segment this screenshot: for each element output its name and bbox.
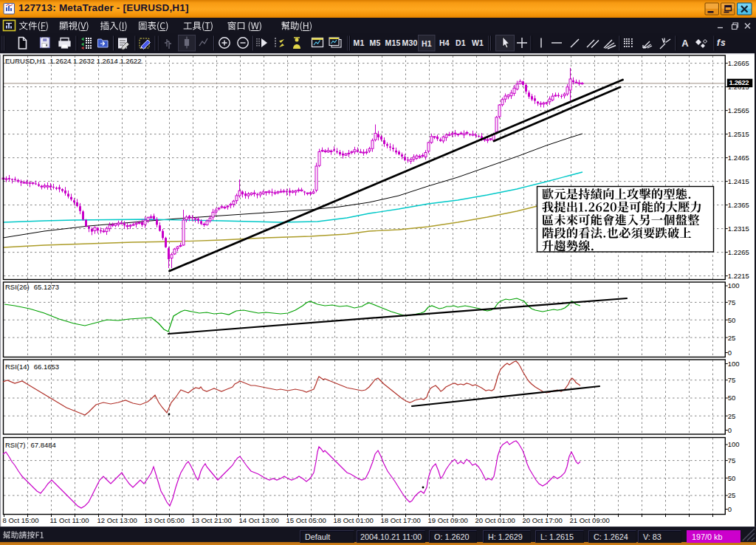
- svg-text:65.1273: 65.1273: [34, 283, 59, 291]
- svg-text:1.2315: 1.2315: [728, 224, 749, 233]
- svg-text:8 Oct 15:00: 8 Oct 15:00: [3, 516, 39, 524]
- svg-text:75: 75: [728, 456, 736, 465]
- svg-text:21 Oct 09:00: 21 Oct 09:00: [570, 516, 610, 524]
- svg-text:12 Oct 13:00: 12 Oct 13:00: [97, 516, 137, 524]
- svg-text:66.1653: 66.1653: [34, 363, 59, 371]
- svg-text:18 Oct 01:00: 18 Oct 01:00: [334, 516, 374, 524]
- svg-text:1.2565: 1.2565: [728, 106, 749, 114]
- svg-text:D1: D1: [456, 38, 466, 47]
- svg-text:1.2465: 1.2465: [728, 154, 749, 162]
- svg-text:25: 25: [728, 412, 736, 420]
- svg-text:0: 0: [728, 505, 732, 513]
- svg-text:18 Oct 17:00: 18 Oct 17:00: [381, 516, 421, 524]
- svg-text:M1: M1: [354, 38, 365, 47]
- svg-text:100: 100: [728, 360, 740, 368]
- svg-text:1.2365: 1.2365: [728, 201, 749, 209]
- svg-text:W1: W1: [472, 38, 484, 47]
- svg-text:14 Oct 13:00: 14 Oct 13:00: [239, 516, 279, 524]
- svg-text:A: A: [681, 38, 689, 49]
- svg-text:75: 75: [728, 298, 736, 306]
- svg-text:1.2265: 1.2265: [728, 248, 749, 256]
- svg-text:RSI(7): RSI(7): [5, 441, 25, 449]
- svg-text:20 Oct 01:00: 20 Oct 01:00: [475, 516, 515, 524]
- svg-text:25: 25: [728, 334, 736, 342]
- svg-text:20 Oct 17:00: 20 Oct 17:00: [523, 516, 563, 524]
- svg-text:RSI(26): RSI(26): [5, 283, 30, 291]
- svg-text:25: 25: [728, 491, 736, 499]
- svg-text:H4: H4: [439, 38, 450, 47]
- svg-text:13 Oct 05:00: 13 Oct 05:00: [145, 516, 185, 524]
- svg-text:50: 50: [728, 394, 736, 402]
- svg-text:1.2624 1.2632 1.2614 1.2622: 1.2624 1.2632 1.2614 1.2622: [49, 57, 141, 65]
- svg-text:15 Oct 05:00: 15 Oct 05:00: [286, 516, 326, 524]
- svg-text:19 Oct 09:00: 19 Oct 09:00: [428, 516, 468, 524]
- svg-text:M5: M5: [370, 38, 381, 47]
- svg-text:1.2415: 1.2415: [728, 177, 749, 185]
- svg-text:1.2665: 1.2665: [728, 59, 749, 67]
- svg-text:100: 100: [728, 440, 740, 448]
- svg-text:11 Oct 11:00: 11 Oct 11:00: [50, 516, 89, 524]
- svg-text:1.2622: 1.2622: [729, 78, 749, 86]
- svg-text:1.2515: 1.2515: [728, 130, 749, 138]
- svg-text:13 Oct 21:00: 13 Oct 21:00: [192, 516, 232, 524]
- svg-text:75: 75: [728, 376, 736, 384]
- svg-text:RSI(14): RSI(14): [5, 363, 30, 371]
- svg-text:67.8484: 67.8484: [31, 441, 56, 449]
- svg-text:s: s: [721, 38, 726, 48]
- svg-text:EURUSD,H1: EURUSD,H1: [5, 57, 46, 65]
- svg-text:H1: H1: [422, 39, 432, 48]
- svg-text:1.2215: 1.2215: [728, 272, 749, 280]
- svg-text:100: 100: [728, 281, 740, 289]
- svg-text:0: 0: [728, 349, 732, 357]
- svg-text:50: 50: [728, 474, 736, 482]
- svg-text:0: 0: [728, 426, 732, 434]
- svg-text:M30: M30: [402, 38, 417, 47]
- svg-text:M15: M15: [385, 38, 400, 47]
- svg-text:50: 50: [728, 316, 736, 324]
